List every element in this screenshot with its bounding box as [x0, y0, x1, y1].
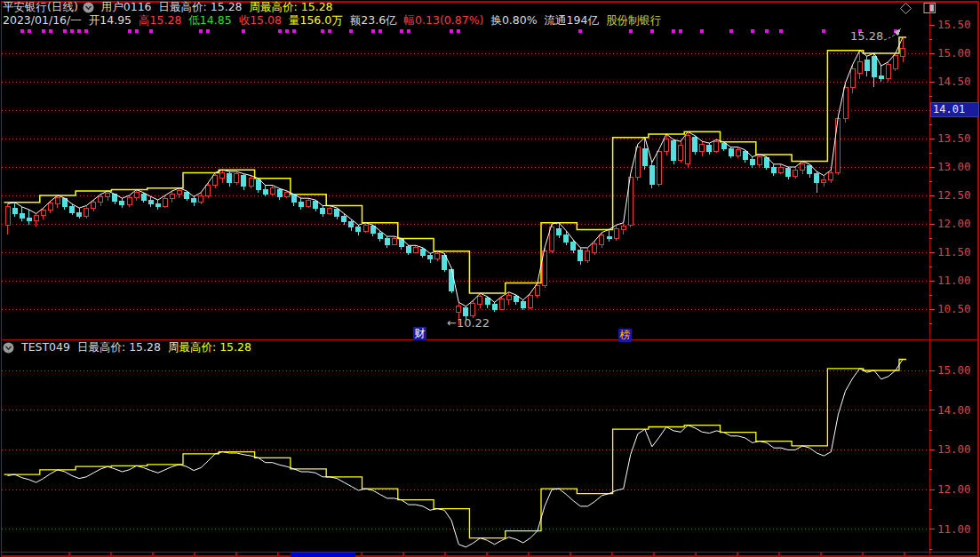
- gridlines: [2, 53, 928, 529]
- open-value: 开14.95: [89, 14, 131, 27]
- axis-label: 15.00: [937, 363, 971, 377]
- axis-label: 11.50: [937, 245, 971, 259]
- collapse-chevron-icon[interactable]: [3, 342, 14, 354]
- page-title: 平安银行(日线): [3, 1, 78, 13]
- axis-label: 12.00: [937, 217, 971, 230]
- sector-link[interactable]: 股份制银行: [606, 14, 662, 27]
- low-price-annotation: ←10.22: [447, 317, 490, 330]
- axis-label: 15.50: [937, 18, 971, 31]
- candlestick-layer: [5, 37, 905, 325]
- user-label: 用户0116: [101, 1, 152, 13]
- axis-label: 13.00: [937, 160, 971, 173]
- indicator-daily-high-value: 日最高价: 15.28: [77, 341, 161, 354]
- bang-marker-badge[interactable]: 榜: [618, 329, 632, 342]
- sub-weekly-high-line: [4, 360, 907, 538]
- axis-label: 15.00: [937, 46, 971, 60]
- weekly-high-value: 周最高价: 15.28: [250, 1, 333, 13]
- axis-label: 12.00: [937, 482, 971, 496]
- axis-label: 14.00: [937, 403, 971, 417]
- panel-layout-icon[interactable]: [923, 2, 936, 15]
- amount-value: 额23.6亿: [350, 14, 397, 27]
- collapse-chevron-icon[interactable]: [83, 2, 94, 13]
- cai-marker-badge[interactable]: 财: [413, 327, 426, 340]
- sub-daily-high-line: [8, 360, 904, 547]
- turnover-value: 换0.80%: [490, 14, 537, 27]
- high-value: 高15.28: [139, 14, 181, 27]
- axis-label: 10.50: [937, 302, 971, 315]
- axis-label: 14.50: [937, 75, 971, 88]
- quote-info-bar: 2023/01/16/一 开14.95 高15.28 低14.85 收15.08…: [3, 14, 668, 27]
- low-price-text: 10.22: [457, 316, 490, 330]
- axis-label: 13.00: [937, 442, 971, 456]
- axis-label: 12.50: [937, 188, 971, 202]
- timeline-range-bar[interactable]: [291, 553, 355, 557]
- low-value: 低14.85: [188, 14, 231, 27]
- diamond-icon[interactable]: [899, 2, 912, 15]
- price-axis-labels[interactable]: 15.5015.0014.5014.0013.5013.0012.5012.00…: [929, 18, 971, 549]
- daily-high-line: [8, 37, 904, 306]
- indicator-name[interactable]: TEST049: [21, 341, 70, 354]
- daily-high-value: 日最高价: 15.28: [159, 1, 243, 13]
- axis-label: 13.50: [937, 131, 971, 145]
- float-shares-value: 流通194亿: [545, 14, 599, 27]
- date-label: 2023/01/16/一: [3, 14, 82, 27]
- main-panel-header: 平安银行(日线) 用户0116 日最高价: 15.28 周最高价: 15.28: [3, 1, 340, 13]
- time-axis[interactable]: [69, 552, 904, 557]
- panel-tools: [899, 2, 944, 15]
- panel-borders: [1, 2, 979, 556]
- change-value: 幅0.13(0.87%): [404, 14, 484, 27]
- peak-annotation-arrow: [884, 28, 901, 40]
- trading-app-window: { "header": { "title": "平安银行(日线)", "user…: [0, 0, 980, 557]
- signal-dots: [20, 29, 897, 33]
- last-price-tag: 14.01: [930, 102, 979, 117]
- arrow-left-icon: ←: [447, 316, 457, 330]
- candlestick-chart[interactable]: 15.5015.0014.5014.0013.5013.0012.5012.00…: [0, 0, 980, 557]
- indicator-weekly-high-value: 周最高价: 15.28: [168, 341, 251, 354]
- peak-price-annotation: 15.28: [850, 30, 883, 43]
- close-value: 收15.08: [239, 14, 282, 27]
- axis-label: 11.00: [937, 274, 971, 287]
- volume-value: 量156.0万: [289, 14, 343, 27]
- weekly-high-line: [4, 37, 907, 293]
- axis-label: 11.00: [937, 522, 971, 536]
- indicator-panel-header: TEST049 日最高价: 15.28 周最高价: 15.28: [3, 341, 259, 354]
